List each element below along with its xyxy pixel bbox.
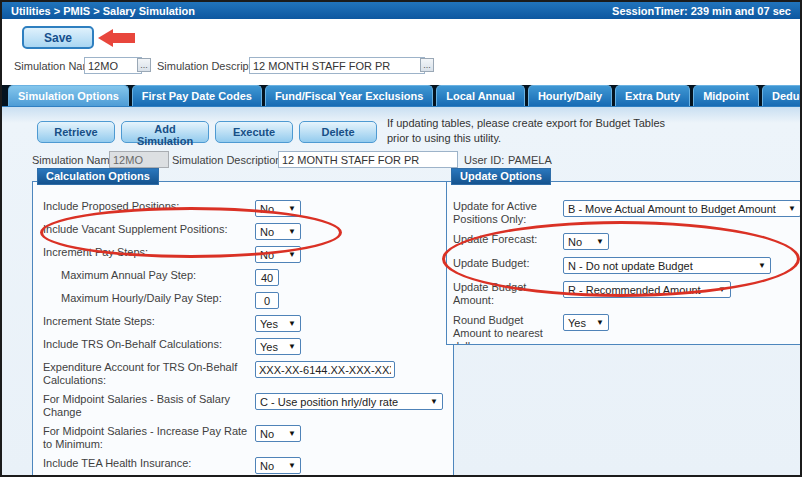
field-label: For Midpoint Salaries - Basis of Salary … [43, 393, 255, 419]
form-row: Round Budget Amount to nearest dollar: Y… [447, 314, 802, 344]
update-budget-amount-select[interactable]: R - Recommended Amount▼ [563, 281, 731, 298]
update-options-title: Update Options [451, 168, 551, 185]
chevron-down-icon: ▼ [758, 261, 766, 270]
field-label: Update Forecast: [453, 233, 563, 246]
field-label: Include Vacant Supplement Positions: [43, 223, 255, 236]
field-label: Include Proposed Positions: [43, 200, 255, 213]
calculation-options-title: Calculation Options [37, 168, 159, 185]
tab-fund-fiscal-year-exclusions[interactable]: Fund/Fiscal Year Exclusions [265, 85, 433, 106]
delete-button[interactable]: Delete [299, 121, 377, 143]
simulation-description-input[interactable] [249, 57, 425, 74]
tab-strip: Simulation Options First Pay Date Codes … [2, 85, 800, 106]
update-options-groupbox: Update Options Update for Active Positio… [446, 181, 802, 345]
update-budget-select[interactable]: N - Do not update Budget▼ [563, 257, 771, 274]
field-label: Include TEA Health Insurance: [43, 457, 255, 470]
form-row: Update Budget: N - Do not update Budget▼ [447, 257, 802, 274]
form-simulation-name-input [109, 151, 169, 168]
user-id-label: User ID: [464, 154, 504, 166]
chevron-down-icon: ▼ [788, 204, 796, 213]
field-label: Update Budget Amount: [453, 281, 563, 307]
app-window: Utilities > PMIS > Salary Simulation Ses… [0, 0, 802, 477]
top-bar: Utilities > PMIS > Salary Simulation Ses… [2, 2, 800, 19]
calculation-options-groupbox: Calculation Options Include Proposed Pos… [32, 181, 454, 477]
tab-local-annual[interactable]: Local Annual [436, 85, 525, 106]
include-vacant-supplement-positions-select[interactable]: No▼ [255, 223, 301, 240]
form-row: Increment Pay Steps: No▼ [33, 246, 453, 263]
field-label: For Midpoint Salaries - Increase Pay Rat… [43, 425, 255, 451]
retrieve-button[interactable]: Retrieve [37, 121, 115, 143]
form-row: For Midpoint Salaries - Basis of Salary … [33, 393, 453, 419]
field-label: Increment State Steps: [43, 315, 255, 328]
maximum-annual-pay-step-input[interactable] [255, 269, 279, 286]
chevron-down-icon: ▼ [288, 250, 296, 259]
breadcrumb: Utilities > PMIS > Salary Simulation [11, 5, 195, 17]
chevron-down-icon: ▼ [288, 319, 296, 328]
annotation-arrow-body [112, 33, 135, 43]
tab-first-pay-date-codes[interactable]: First Pay Date Codes [132, 85, 262, 106]
simulation-name-input[interactable] [84, 57, 142, 74]
maximum-hourly-daily-pay-step-input[interactable] [255, 292, 279, 309]
form-row: Increment State Steps: Yes▼ [33, 315, 453, 332]
chevron-down-icon: ▼ [288, 461, 296, 470]
form-row: Update Budget Amount: R - Recommended Am… [447, 281, 802, 307]
field-label: Round Budget Amount to nearest dollar: [453, 314, 563, 344]
form-row: Include Proposed Positions: No▼ [33, 200, 453, 217]
form-row: Include TRS On-Behalf Calculations: Yes▼ [33, 338, 453, 355]
form-row: Include TEA Health Insurance: No▼ [33, 457, 453, 474]
form-row: Maximum Annual Pay Step: [33, 269, 453, 286]
field-label: Update for Active Positions Only: [453, 200, 563, 226]
chevron-down-icon: ▼ [288, 429, 296, 438]
save-button[interactable]: Save [22, 26, 94, 49]
midpoint-increase-pay-rate-to-minimum-select[interactable]: No▼ [255, 425, 301, 442]
field-label: Include TRS On-Behalf Calculations: [43, 338, 255, 351]
include-tea-health-insurance-select[interactable]: No▼ [255, 457, 301, 474]
form-simulation-name-label: Simulation Name: [32, 154, 119, 166]
budget-tables-notice: If updating tables, please create export… [387, 116, 665, 146]
form-row: For Midpoint Salaries - Increase Pay Rat… [33, 425, 453, 451]
user-id-value: PAMELA [508, 154, 552, 166]
field-label: Update Budget: [453, 257, 563, 270]
midpoint-basis-of-salary-change-select[interactable]: C - Use position hrly/dly rate▼ [255, 393, 443, 410]
chevron-down-icon: ▼ [288, 204, 296, 213]
tab-midpoint[interactable]: Midpoint [693, 85, 759, 106]
form-row: Maximum Hourly/Daily Pay Step: [33, 292, 453, 309]
form-row: Update Forecast: No▼ [447, 233, 802, 250]
tab-deductions[interactable]: Deductions [762, 85, 800, 106]
increment-pay-steps-select[interactable]: No▼ [255, 246, 301, 263]
session-timer: SessionTimer: 239 min and 07 sec [612, 5, 791, 17]
update-forecast-select[interactable]: No▼ [563, 233, 609, 250]
form-simulation-description-input[interactable] [278, 151, 458, 168]
field-label: Expenditure Account for TRS On-Behalf Ca… [43, 361, 255, 387]
chevron-down-icon: ▼ [288, 227, 296, 236]
expenditure-account-trs-input[interactable] [255, 361, 395, 378]
chevron-down-icon: ▼ [288, 342, 296, 351]
field-label: Increment Pay Steps: [43, 246, 255, 259]
increment-state-steps-select[interactable]: Yes▼ [255, 315, 301, 332]
annotation-arrow-icon [98, 29, 113, 47]
form-row: Update for Active Positions Only: B - Mo… [447, 200, 802, 226]
update-for-active-positions-only-select[interactable]: B - Move Actual Amount to Budget Amount▼ [563, 200, 801, 217]
include-proposed-positions-select[interactable]: No▼ [255, 200, 301, 217]
field-label: Maximum Annual Pay Step: [43, 269, 255, 282]
field-label: Maximum Hourly/Daily Pay Step: [43, 292, 255, 305]
include-trs-on-behalf-calculations-select[interactable]: Yes▼ [255, 338, 301, 355]
simulation-name-lookup-button[interactable]: ... [137, 58, 151, 72]
add-simulation-button[interactable]: Add Simulation [121, 121, 209, 143]
simulation-description-lookup-button[interactable]: ... [420, 58, 434, 72]
form-row: Include Vacant Supplement Positions: No▼ [33, 223, 453, 240]
round-budget-amount-select[interactable]: Yes▼ [563, 314, 609, 331]
chevron-down-icon: ▼ [596, 237, 604, 246]
execute-button[interactable]: Execute [215, 121, 293, 143]
form-row: Expenditure Account for TRS On-Behalf Ca… [33, 361, 453, 387]
tab-simulation-options[interactable]: Simulation Options [8, 85, 129, 106]
form-simulation-description-label: Simulation Description: [172, 154, 285, 166]
chevron-down-icon: ▼ [430, 397, 438, 406]
chevron-down-icon: ▼ [718, 285, 726, 294]
tab-hourly-daily[interactable]: Hourly/Daily [528, 85, 612, 106]
chevron-down-icon: ▼ [596, 318, 604, 327]
tab-extra-duty[interactable]: Extra Duty [615, 85, 690, 106]
